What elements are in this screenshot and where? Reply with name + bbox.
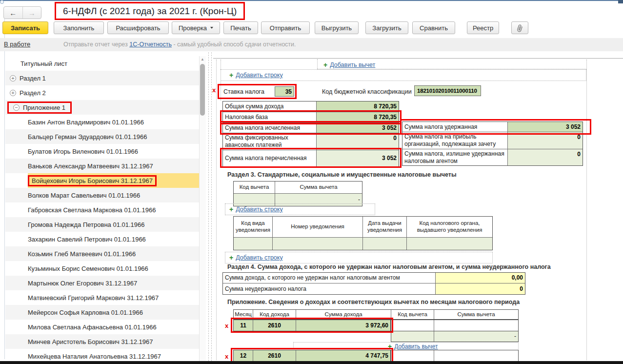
employee-list-item[interactable]: Бальцер Герман Эдуардович 01.01.1966 [5, 129, 199, 144]
export-button[interactable]: Выгрузить [315, 21, 359, 34]
save-button[interactable]: Записать [2, 21, 48, 34]
employee-list-item[interactable]: Мартынюк Олег Егорович 31.12.1967 [5, 276, 199, 290]
employee-list-item[interactable]: Козьмин Глеб Матвеевич 01.01.1966 [5, 246, 199, 261]
delete-row-icon[interactable]: x [225, 353, 228, 360]
excess-withheld-field[interactable]: 0 [508, 149, 583, 165]
income-sum-field[interactable]: 3 972,60 [296, 320, 390, 331]
employee-list-item[interactable]: Минчев Аристотель Борисович 31.12.1967 [5, 334, 199, 349]
sidebar-item-title-page[interactable]: Титульный лист [5, 56, 199, 71]
add-deduction-link[interactable]: + Добавить вычет [388, 343, 438, 350]
total-label: Общая сумма дохода [223, 101, 317, 112]
deduction-sum-field[interactable] [434, 320, 518, 331]
add-row-link[interactable]: + Добавить строку [229, 254, 283, 262]
column-header: Код вида уведомления [234, 217, 273, 237]
add-row-link[interactable]: + Добавить строку [229, 71, 283, 79]
check-dropdown-button[interactable]: Проверка [172, 21, 220, 34]
month-field[interactable]: 12 [234, 350, 253, 361]
attach-button[interactable] [511, 21, 528, 34]
employee-list-item[interactable]: Ваньков Александр Матвеевич 31.12.1967 [5, 159, 199, 173]
notice-type-field[interactable] [234, 238, 273, 250]
registry-button[interactable]: Реестр [467, 21, 499, 34]
panel-splitter[interactable] [208, 52, 212, 361]
plus-icon: + [229, 71, 233, 79]
notice-date-field[interactable] [363, 238, 407, 250]
employee-list-item[interactable]: Захаркин Савелий Петрович 01.01.1966 [5, 232, 199, 246]
add-row-link[interactable]: + Добавить строку [229, 205, 283, 213]
status-bar: В работе Отправьте отчет через 1С-Отчетн… [0, 38, 623, 51]
employee-list-item[interactable]: Милова Светлана Афанасьевна 01.01.1966 [5, 320, 199, 334]
income-code-field[interactable]: 2610 [253, 320, 296, 331]
1c-reporting-link[interactable]: 1С-Отчетность [129, 41, 172, 48]
employee-list-item[interactable]: Базин Антон Владимирович 01.01.1966 [5, 115, 199, 129]
tax-calculated-field[interactable]: 3 052 [317, 123, 399, 133]
employee-list-item-selected[interactable]: Войцехович Игорь Борисович 31.12.1967 [5, 173, 199, 188]
sidebar-item-section1[interactable]: + Раздел 1 [5, 71, 199, 85]
employee-list-item[interactable]: Волков Марат Савельевич 01.01.1966 [5, 188, 199, 202]
print-button[interactable]: Печать [223, 21, 258, 34]
sidebar-item-appendix1[interactable]: − Приложение 1 [5, 100, 199, 115]
total-label: Сумма налога на прибыль организаций, под… [402, 132, 508, 149]
total-income-field[interactable]: 8 720,35 [317, 101, 399, 112]
decrypt-button[interactable]: Расшифровать [107, 21, 169, 34]
collapse-icon[interactable]: − [13, 104, 20, 111]
month-field[interactable]: 11 [234, 320, 253, 331]
income-code-field[interactable]: 2610 [253, 350, 296, 361]
add-deduction-link[interactable]: + Добавить вычет [323, 61, 375, 69]
sidebar-scrollbar-thumb[interactable] [200, 64, 205, 116]
nav-history-group: ← → [3, 6, 41, 19]
deduction-code-field[interactable] [391, 331, 434, 342]
deduction-sum-field[interactable]: - [434, 331, 518, 342]
totals-table-left: Общая сумма дохода 8 720,35 Налоговая ба… [222, 101, 399, 167]
advance-payments-field[interactable]: 0 [317, 133, 399, 150]
report-state-link[interactable]: В работе [4, 40, 30, 48]
employee-list-item[interactable]: Булатов Игорь Виленович 01.01.1966 [5, 144, 199, 159]
report-sections-tree: Титульный лист + Раздел 1 + Раздел 2 − П… [5, 56, 199, 364]
appendix-title: Приложение. Сведения о доходах и соответ… [227, 299, 520, 305]
total-label: Сумма налога удержанная [402, 122, 508, 132]
form-top-border [213, 58, 623, 59]
employee-list-item[interactable]: Кузьминых Борис Семенович 01.01.1966 [5, 261, 199, 276]
import-button[interactable]: Загрузить [365, 21, 408, 34]
employee-list-item[interactable]: Габровская Светлана Марковна 01.01.1966 [5, 202, 199, 217]
tax-withheld-field[interactable]: 3 052 [508, 122, 583, 132]
sidebar-item-section2[interactable]: + Раздел 2 [5, 85, 199, 100]
fill-button[interactable]: Заполнить [54, 21, 104, 34]
delete-row-icon[interactable]: x [225, 322, 228, 329]
notice-authority-field[interactable] [407, 238, 492, 250]
send-button[interactable]: Отправить [261, 21, 310, 34]
employee-list-item[interactable]: Мейерсон Софья Карловна 01.01.1966 [5, 305, 199, 320]
compare-button[interactable]: Сравнить [412, 21, 455, 34]
tax-transferred-field[interactable]: 3 052 [317, 150, 399, 166]
total-label: Налоговая база [223, 112, 317, 122]
notifications-table: Код вида уведомления Номер уведомления Д… [233, 216, 493, 250]
section4-title: Раздел 4. Сумма дохода, с которого не уд… [227, 263, 551, 270]
month-deduction-cells: - [391, 331, 519, 342]
profit-tax-offset-field[interactable]: 0 [508, 132, 583, 149]
window-corner-dot [0, 0, 4, 4]
delete-row-icon[interactable]: x [212, 86, 216, 94]
scroll-up-icon[interactable]: ▲ [201, 57, 204, 61]
form-dotted-border-left [216, 60, 217, 360]
forward-button[interactable]: → [23, 7, 41, 19]
employee-list-item[interactable]: Громова Надежда Петровна 01.01.1966 [5, 217, 199, 232]
tax-base-field[interactable]: 8 720,35 [317, 112, 399, 122]
unwithheld-income-field[interactable]: 0,00 [436, 273, 525, 283]
unwithheld-tax-table: Сумма дохода, с которого не удержан нало… [222, 272, 525, 295]
income-sum-field[interactable]: 4 747,75 [296, 350, 390, 361]
column-header: Месяц [234, 310, 253, 319]
expand-icon[interactable]: + [10, 90, 16, 96]
total-label: Сумма фиксированных авансовых платежей [223, 133, 317, 150]
notice-number-field[interactable] [273, 238, 363, 250]
back-button[interactable]: ← [4, 7, 23, 19]
expand-icon[interactable]: + [10, 75, 16, 81]
paperclip-icon [516, 24, 523, 32]
annotation-box-appendix1: − Приложение 1 [7, 101, 72, 114]
tax-rate-field[interactable]: 35 [275, 86, 294, 97]
employee-list-item[interactable]: Матвиевский Григорий Маркович 31.12.1967 [5, 290, 199, 305]
deduction-code-field[interactable] [391, 320, 434, 331]
section3-title: Раздел 3. Стандартные, социальные и имущ… [227, 171, 457, 178]
kbk-field[interactable]: 18210102010011000110 [414, 85, 481, 96]
deduction-code-field[interactable] [391, 350, 434, 361]
unwithheld-tax-field[interactable]: 0 [436, 283, 525, 294]
deduction-sum-field[interactable] [434, 350, 518, 361]
